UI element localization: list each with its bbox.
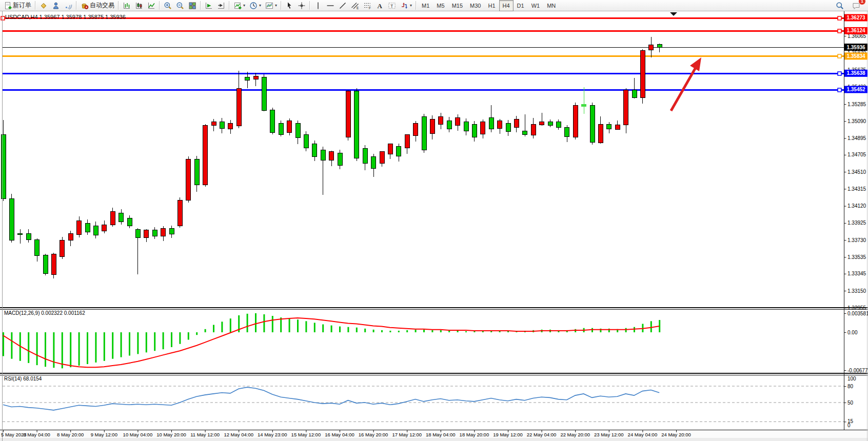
time-tick-label: 8 May 20:00 [57, 432, 84, 437]
vline-icon [314, 2, 322, 10]
auto-scroll-button[interactable] [203, 0, 215, 11]
price-badge-label: 1.36273 [846, 15, 865, 21]
crosshair-button[interactable] [295, 0, 308, 11]
candle [354, 88, 359, 161]
candle [177, 197, 182, 228]
time-tick-label: 5 May 2023 [1, 432, 27, 437]
chevron-down-icon: ▾ [243, 3, 245, 8]
price-badge-label: 1.36124 [846, 28, 865, 33]
toolbar-separator [76, 1, 77, 10]
candle-chart-button[interactable] [133, 0, 145, 11]
chart-canvas[interactable]: MACD(12,26,9) 0.002322 0.001162RSI(14) 6… [0, 0, 868, 441]
rsi-tick-label: 100 [847, 376, 856, 382]
toolbar-separator [159, 1, 160, 10]
autotrading-button[interactable]: 自动交易 [78, 0, 116, 11]
chevron-down-icon: ▾ [259, 3, 261, 8]
rsi-label: RSI(14) 68.0154 [4, 376, 42, 382]
hline-anchor[interactable] [838, 88, 841, 92]
price-badge-label: 1.35452 [846, 87, 865, 92]
time-tick-label: 22 May 20:00 [560, 432, 590, 437]
linechart-icon [147, 2, 155, 10]
zoom-in-button[interactable] [162, 0, 174, 11]
candle [203, 124, 208, 187]
bar-chart-button[interactable] [121, 0, 133, 11]
market-button[interactable] [37, 0, 50, 11]
toolbar-separator [281, 1, 282, 10]
hline-icon [326, 2, 334, 10]
periods-button[interactable]: ▾ [247, 0, 263, 11]
candle [186, 156, 191, 203]
macd-tick-label: 0.00 [847, 330, 858, 335]
chart-title: USDCAD,H4 1.35967 1.35978 1.35875 1.3593… [5, 14, 126, 20]
indicators-button[interactable]: ▾ [231, 0, 247, 11]
time-tick-label: 24 May 20:00 [661, 432, 691, 437]
search-button[interactable] [834, 0, 846, 11]
timeframe-w1[interactable]: W1 [528, 0, 544, 11]
timeframe-m15[interactable]: M15 [448, 0, 466, 11]
label-button[interactable]: T [386, 0, 398, 11]
timeframe-h1[interactable]: H1 [484, 0, 499, 11]
line-chart-button[interactable] [145, 0, 157, 11]
hline-anchor[interactable] [838, 54, 841, 58]
price-tick-label: 1.34705 [847, 152, 866, 157]
hline-anchor[interactable] [838, 72, 841, 75]
zoomin-icon [164, 2, 172, 10]
signals-button[interactable] [50, 0, 62, 11]
price-tick-label: 1.34120 [847, 203, 866, 209]
zoom-out-button[interactable] [174, 0, 186, 11]
new-order-button[interactable]: 新订单 [2, 0, 33, 11]
shapes-button[interactable]: ▾ [398, 0, 414, 11]
toolbar-separator [118, 1, 119, 10]
candle [60, 237, 65, 259]
hline-anchor[interactable] [838, 16, 841, 20]
autotrade-icon [81, 2, 89, 10]
fibo-button[interactable]: F [361, 0, 373, 11]
price-tick-label: 1.33730 [847, 237, 866, 243]
templates-button[interactable]: ▾ [263, 0, 279, 11]
time-tick-label: 10 May 04:00 [123, 432, 153, 437]
channel-button[interactable]: E [349, 0, 361, 11]
candle [270, 108, 275, 134]
broadcast-button[interactable] [62, 0, 74, 11]
indicator-icon [233, 2, 242, 10]
candle [43, 254, 48, 275]
chevron-down-icon: ▾ [410, 3, 412, 8]
notifications-button[interactable]: 1 [850, 0, 862, 11]
channel-icon: E [351, 2, 359, 10]
chart-shift-button[interactable] [215, 0, 227, 11]
time-tick-label: 8 May 04:00 [23, 432, 50, 437]
candle [573, 103, 578, 139]
zoomout-icon [176, 2, 184, 10]
macd-label: MACD(12,26,9) 0.002322 0.001162 [4, 310, 85, 316]
rsi-tick-label: 80 [847, 384, 854, 389]
notification-badge: 1 [858, 0, 866, 5]
tile-icon [188, 2, 196, 10]
hline-anchor[interactable] [838, 29, 841, 33]
crosshair-icon [298, 2, 306, 10]
timeframe-h4[interactable]: H4 [499, 0, 514, 11]
hline-button[interactable] [324, 0, 337, 11]
hline-anchor[interactable] [1, 16, 5, 20]
timeframe-m5[interactable]: M5 [433, 0, 448, 11]
gold-icon [40, 2, 48, 10]
time-tick-label: 11 May 12:00 [190, 432, 220, 437]
time-tick-label: 17 May 12:00 [392, 432, 422, 437]
time-tick-label: 12 May 04:00 [224, 432, 253, 437]
cursor-button[interactable] [283, 0, 295, 11]
candle [590, 103, 595, 145]
price-badge-label: 1.35834 [846, 53, 865, 59]
trendline-button[interactable] [337, 0, 349, 11]
timeframe-mn[interactable]: MN [543, 0, 559, 11]
time-tick-label: 9 May 12:00 [91, 432, 117, 437]
timeframe-m1[interactable]: M1 [418, 0, 433, 11]
tile-windows-button[interactable] [186, 0, 199, 11]
rsi-tick-label: 50 [847, 400, 854, 406]
toolbar-separator [200, 1, 201, 10]
timeframe-m30[interactable]: M30 [466, 0, 484, 11]
text-button[interactable]: A [373, 0, 386, 11]
candle [640, 49, 645, 104]
signal-icon [64, 2, 72, 10]
vline-button[interactable] [312, 0, 324, 11]
timeframe-d1[interactable]: D1 [514, 0, 528, 11]
price-tick-label: 1.32955 [847, 305, 866, 311]
